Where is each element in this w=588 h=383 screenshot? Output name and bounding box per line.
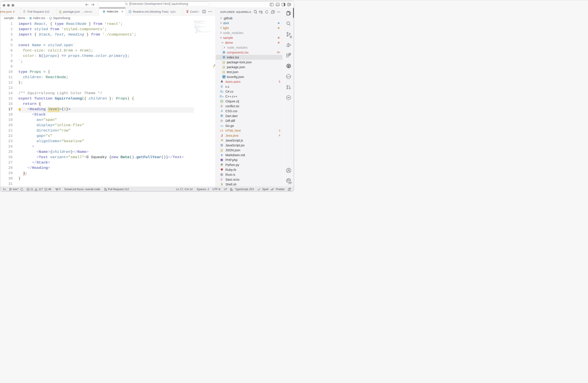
svg-text:TS: TS	[223, 76, 225, 78]
svg-text:R: R	[221, 174, 223, 176]
svg-text:GO: GO	[221, 125, 223, 127]
